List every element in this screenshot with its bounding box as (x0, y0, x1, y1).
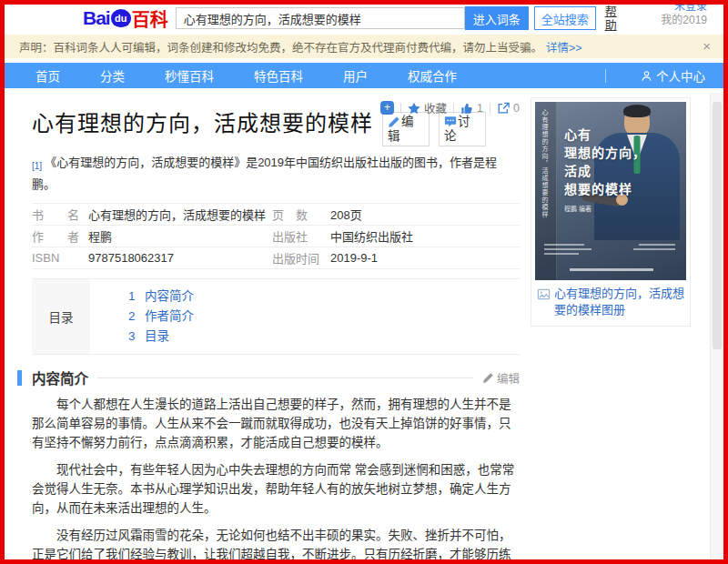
summary-text: 《心有理想的方向，活成想要的模样》是2019年中国纺织出版社出版的图书，作者是程… (32, 156, 497, 191)
content-paragraph: 现代社会中，有些年轻人因为心中失去理想的方向而常 常会感到迷惘和困惑，也常常会觉… (32, 460, 520, 518)
nav-item-category[interactable]: 分类 (100, 66, 125, 85)
cover-author-line: 程鹏 编著 (564, 204, 592, 213)
disclaimer-bar: 声明：百科词条人人可编辑，词条创建和修改均免费，绝不存在官方及代理商付费代编，请… (5, 35, 723, 58)
cover-title-line: 心有 (564, 126, 646, 144)
main-column: + 收藏 1 0 心有理想的方向，活成想要的模样 (17, 97, 520, 564)
add-icon[interactable]: + (380, 101, 394, 115)
album-link[interactable]: 心有理想的方向，活成想要的模样图册 (535, 286, 686, 322)
entry-summary: [1]《心有理想的方向，活成想要的模样》是2019年中国纺织出版社出版的图书，作… (32, 154, 520, 194)
edit-entry-button[interactable]: 编辑 (382, 112, 430, 146)
site-search-button[interactable]: 全站搜索 (534, 6, 596, 30)
main-nav: 首页 分类 秒懂百科 特色百科 用户 权威合作 个人中心 (5, 63, 723, 88)
section-accent-bar (17, 370, 22, 386)
pencil-icon (388, 116, 400, 128)
content-paragraph: 没有经历过风霜雨雪的花朵，无论如何也结不出丰硕的果实。失败、挫折并不可怕，正是它… (32, 526, 520, 564)
action-bar: + 收藏 1 0 (380, 99, 520, 116)
nav-item-users[interactable]: 用户 (343, 66, 368, 85)
nav-item-featured[interactable]: 特色百科 (254, 66, 303, 85)
cover-decoration (544, 253, 579, 255)
catalog-number: 2 (128, 307, 145, 327)
info-label: ISBN (32, 251, 88, 265)
info-label: 出版社 (272, 227, 330, 245)
section-edit-label: 编辑 (497, 369, 520, 387)
nav-item-cooperation[interactable]: 权威合作 (408, 66, 457, 85)
enter-entry-button[interactable]: 进入词条 (465, 6, 529, 30)
my-2019-link[interactable]: 我的2019 (661, 14, 707, 26)
book-cover-image[interactable]: 心有理想的方向，活成想要的模样 心有 理想的方向， (535, 102, 686, 280)
personal-center-label: 个人中心 (656, 66, 705, 85)
share-button[interactable]: 0 (497, 102, 520, 115)
nav-item-home[interactable]: 首页 (35, 66, 60, 85)
info-label: 作 者 (32, 227, 88, 245)
divider (453, 103, 454, 114)
entry-title: 心有理想的方向，活成想要的模样 (32, 110, 373, 137)
section-edit-link[interactable]: 编辑 (482, 369, 520, 387)
author-hair (623, 105, 651, 117)
cover-decoration (544, 244, 584, 246)
login-link[interactable]: 未登录 (674, 5, 707, 13)
divider (400, 103, 401, 114)
baidu-baike-logo[interactable]: Bai du 百科 (83, 5, 168, 32)
catalog-link-author[interactable]: 2作者简介 (128, 307, 194, 327)
info-value: 208页 (330, 206, 520, 223)
close-icon[interactable]: × (703, 38, 711, 54)
catalog-label: 目录 (145, 327, 169, 347)
nav-item-miaodong[interactable]: 秒懂百科 (165, 66, 214, 85)
spine-text: 心有理想的方向，活成想要的模样 (540, 109, 549, 218)
catalog-section: 目录 1内容简介 2作者简介 3目录 (32, 278, 520, 355)
info-label: 书 名 (32, 206, 88, 223)
catalog-number: 3 (128, 327, 145, 347)
divider (490, 103, 490, 114)
album-link-label: 心有理想的方向，活成想要的模样图册 (554, 286, 684, 318)
paragraph-text: 没有经历过风霜雨雪的花朵，无论如何也结不出丰硕的果实。失败、挫折并不可怕，正是它… (32, 529, 511, 564)
baike-page: Bai du 百科 进入词条 全站搜索 帮助 未登录 我的2019 声明：百科词… (0, 0, 728, 564)
pencil-icon (482, 372, 494, 384)
cover-title-line: 活成 (564, 162, 646, 180)
reference-link[interactable]: [1] (32, 161, 42, 171)
collect-label: 收藏 (424, 99, 447, 116)
catalog-label: 作者简介 (145, 307, 194, 327)
detail-link[interactable]: 详情>> (546, 38, 582, 55)
like-button[interactable]: 1 (460, 102, 483, 115)
table-row: 书 名 心有理想的方向，活成想要的模样 页 数 208页 (32, 204, 520, 226)
nav-right: 个人中心 (605, 66, 705, 85)
book-cover-card: 心有理想的方向，活成想要的模样 心有 理想的方向， (531, 97, 691, 327)
speech-bubble-icon (444, 116, 457, 128)
cover-decoration (639, 244, 675, 246)
info-label: 出版时间 (272, 249, 330, 267)
section-header: 内容简介 编辑 (17, 368, 520, 388)
content-paragraph: 每个人都想在人生漫长的道路上活出自己想要的样子，然而，拥有理想的人生并不是那么简… (32, 395, 520, 452)
table-row: ISBN 9787518062317 出版时间 2019-9-1 (32, 247, 520, 269)
catalog-link-content[interactable]: 1内容简介 (128, 287, 194, 307)
cover-decoration (633, 248, 675, 250)
nav-divider (605, 69, 606, 83)
cover-title-line: 理想的方向， (564, 144, 646, 162)
scrollbar-thumb[interactable] (713, 102, 722, 349)
person-icon (641, 70, 652, 82)
user-links: 未登录 我的2019 (661, 5, 707, 27)
basic-info-table: 书 名 心有理想的方向，活成想要的模样 页 数 208页 作 者 程鹏 出版社 … (32, 203, 520, 269)
discuss-button[interactable]: 讨论 (439, 112, 486, 146)
catalog-title: 目录 (32, 279, 90, 354)
catalog-link-toc[interactable]: 3目录 (128, 327, 194, 347)
cover-decoration (570, 268, 653, 271)
baidu-paw-icon: du (111, 9, 131, 27)
side-column: 心有理想的方向，活成想要的模样 心有 理想的方向， (531, 97, 691, 564)
section-title: 内容简介 (32, 368, 88, 388)
info-value: 心有理想的方向，活成想要的模样 (88, 206, 272, 223)
disclaimer-text: 声明：百科词条人人可编辑，词条创建和修改均免费，绝不存在官方及代理商付费代编，请… (19, 38, 542, 55)
info-label: 页 数 (272, 206, 330, 223)
vertical-scrollbar[interactable] (710, 93, 723, 559)
collect-button[interactable]: 收藏 (408, 99, 447, 116)
share-icon (497, 102, 510, 115)
cover-decoration (544, 248, 592, 250)
help-link[interactable]: 帮助 (605, 5, 620, 32)
info-value: 程鹏 (88, 227, 272, 245)
thumbs-up-icon (460, 102, 473, 115)
cover-title: 心有 理想的方向， 活成 想要的模样 (564, 126, 646, 198)
catalog-list: 1内容简介 2作者简介 3目录 (90, 279, 194, 354)
cover-title-line: 想要的模样 (564, 180, 646, 198)
search-input[interactable] (176, 7, 465, 29)
personal-center-link[interactable]: 个人中心 (641, 66, 705, 85)
photo-album-icon (537, 287, 551, 301)
